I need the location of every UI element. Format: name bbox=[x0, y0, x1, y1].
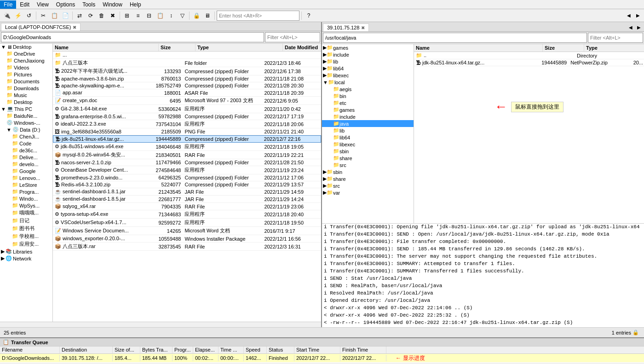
host-input[interactable] bbox=[217, 11, 299, 21]
file-row[interactable]: 📦 sqlyog_x64.rar7904335RAR File2022/11/1… bbox=[53, 203, 321, 210]
sidebar-item-develo[interactable]: 📁 develo... bbox=[0, 161, 52, 168]
sidebar-item-oho[interactable]: 📁 哦哦哦... bbox=[0, 209, 52, 217]
nav-left-btn[interactable]: ◀ bbox=[625, 12, 633, 20]
toolbar-copy-btn[interactable]: 📋 bbox=[49, 11, 59, 21]
toolbar-sort-btn[interactable]: ↕ bbox=[166, 11, 176, 21]
sidebar-item-code[interactable]: 📁 Code bbox=[0, 140, 52, 147]
left-panel-tab[interactable]: Local (LAPTOP-DONF7CSE) ✖ bbox=[1, 23, 80, 31]
sidebar-item-progra[interactable]: 📁 Progra... bbox=[0, 188, 52, 195]
sidebar-item-wpsys[interactable]: 📁 WpSys... bbox=[0, 202, 52, 209]
file-row[interactable]: 🗜 2022年下半年英语六级笔试...133293Compressed (zip… bbox=[53, 67, 321, 75]
right-nav-left[interactable]: ◀ bbox=[627, 23, 635, 31]
sidebar-item-google[interactable]: 📁 Google bbox=[0, 168, 52, 174]
remote-tree-item[interactable]: ▶ 📁 games bbox=[322, 44, 414, 51]
sidebar-item-pictures[interactable]: 📁 Pictures bbox=[0, 71, 52, 78]
remote-tree-item[interactable]: ▶ 📁 games bbox=[322, 106, 414, 113]
file-row[interactable]: ⚙ idealU-2022.2.3.exe737543104应用程序2022/1… bbox=[53, 120, 321, 128]
file-row[interactable]: ⚙ VSCodeUserSetup-x64-1.7...92599272应用程序… bbox=[53, 219, 321, 227]
nav-right-btn[interactable]: ▶ bbox=[634, 12, 642, 20]
sidebar-item-lestore[interactable]: 📁 LeStore bbox=[0, 181, 52, 188]
left-address-input[interactable] bbox=[1, 32, 264, 42]
file-row[interactable]: ⚙ Git-2.38.1-64-bit.exe53360624应用程序2022/… bbox=[53, 105, 321, 113]
col-header-date[interactable]: Date Modified bbox=[283, 44, 321, 51]
remote-tree-item[interactable]: ▶ 📁 src bbox=[322, 182, 414, 189]
file-row[interactable]: 🗜 apache-maven-3.8.6-bin.zip8760013Compr… bbox=[53, 75, 321, 82]
remote-tree-item[interactable]: ▶ 📁 include bbox=[322, 113, 414, 120]
toolbar-lock-btn[interactable]: 🔒 bbox=[191, 11, 201, 21]
sidebar-item-downloads[interactable]: 📁 Downloads bbox=[0, 85, 52, 92]
toolbar-help-btn[interactable]: ? bbox=[304, 11, 314, 21]
sidebar-item-desktop2[interactable]: 📁 Desktop bbox=[0, 98, 52, 105]
sidebar-item-windows-drive[interactable]: 💿 Windows-... bbox=[0, 119, 52, 126]
toolbar-screen-btn[interactable]: 🖥 bbox=[202, 11, 213, 21]
menu-file[interactable]: File bbox=[0, 0, 16, 9]
sidebar-item-onedrive[interactable]: 📁 OneDrive bbox=[0, 50, 52, 57]
remote-tree-item[interactable]: ▶ 📁 lib bbox=[322, 127, 414, 134]
remote-tree-item[interactable]: ▶ 📁 lib bbox=[322, 58, 414, 65]
file-row[interactable]: 📄 app.asar188001ASAR File2022/11/18 20:3… bbox=[53, 89, 321, 97]
file-row[interactable]: ⚙ OceanBase Developer Cent...274584648应用… bbox=[53, 166, 321, 174]
toolbar-sync2-btn[interactable]: ⟳ bbox=[86, 11, 96, 21]
right-address-input[interactable] bbox=[323, 33, 587, 43]
menu-help[interactable]: Help bbox=[126, 0, 145, 9]
left-hscroll[interactable] bbox=[0, 322, 321, 327]
sidebar-item-lenovo[interactable]: 📁 Lenovo... bbox=[0, 174, 52, 181]
sidebar-item-chenji2[interactable]: 📁 ChenJi... bbox=[0, 133, 52, 140]
toolbar-stop-btn[interactable]: ⚡ bbox=[13, 11, 23, 21]
remote-tree-item[interactable]: ▶ 📁 include bbox=[322, 51, 414, 58]
file-row[interactable]: 📝 Windows Service Documen...14265Microso… bbox=[53, 227, 321, 235]
col-header-size[interactable]: Size bbox=[159, 44, 196, 51]
remote-tree-item[interactable]: ▶ 📁 libexec bbox=[322, 141, 414, 148]
sidebar-item-apps[interactable]: 📁 应用安... bbox=[0, 240, 52, 248]
toolbar-view4-btn[interactable]: 📋 bbox=[155, 11, 165, 21]
remote-tree-item[interactable]: ▶ 📁 etc bbox=[322, 99, 414, 106]
right-nav-right[interactable]: ▶ bbox=[635, 23, 643, 31]
file-row[interactable]: 🗜 jdk-8u251-linux-x64.tar.gz...194445889… bbox=[53, 135, 321, 143]
file-row[interactable]: ⚙ typora-setup-x64.exe71344683应用程序2022/1… bbox=[53, 210, 321, 219]
remote-tree-item[interactable]: ▶ 📁 libexec bbox=[322, 72, 414, 79]
file-row[interactable]: 📦 windows_exporter-0.20.0-...10559488Win… bbox=[53, 235, 321, 243]
sidebar-item-chenjia[interactable]: 📁 ChenJiaxiong bbox=[0, 57, 52, 64]
file-row[interactable]: ⚙ jdk-8u351-windows-x64.exe184046648应用程序… bbox=[53, 143, 321, 151]
right-tab-close[interactable]: ✖ bbox=[361, 25, 365, 30]
remote-tree-item[interactable]: ▶ 📁 lib64 bbox=[322, 65, 414, 72]
file-row[interactable]: 🗜 Redis-x64-3.2.100.zip5224077Compressed… bbox=[53, 181, 321, 188]
sidebar-item-documents[interactable]: 📁 Documents bbox=[0, 78, 52, 85]
remote-tree-item[interactable]: ▶ 📁 share bbox=[322, 175, 414, 182]
transfer-row[interactable]: D:\GoogleDownloads... 39.101.75.128: /..… bbox=[0, 354, 644, 362]
remote-tree-item[interactable]: ▶ 📁 java bbox=[322, 120, 414, 127]
remote-tree-item[interactable]: ▶ 📁 var bbox=[322, 189, 414, 196]
remote-tree-item[interactable]: ▼ 📁 local bbox=[322, 79, 414, 86]
sidebar-item-libraries[interactable]: ▶ 📚 Libraries bbox=[0, 248, 52, 255]
file-row[interactable]: 🖼 img_3ef688d34e355560a82185509PNG File2… bbox=[53, 128, 321, 135]
menu-options[interactable]: Options bbox=[52, 0, 79, 9]
file-row[interactable]: 🗜 prometheus-2.23.0.windo...64296325Comp… bbox=[53, 174, 321, 181]
left-tab-close[interactable]: ✖ bbox=[73, 25, 76, 30]
right-panel-tab[interactable]: 39.101.75.128 ✖ bbox=[323, 23, 369, 31]
menu-window[interactable]: Window bbox=[99, 0, 126, 9]
sidebar-item-datad[interactable]: ▼ 💿 Data (D:) bbox=[0, 126, 52, 133]
file-row[interactable]: 🗜 grafana-enterprise-8.0.5.wi...59782988… bbox=[53, 113, 321, 120]
sidebar-item-de36c[interactable]: 📁 de36c... bbox=[0, 147, 52, 154]
file-row[interactable]: 📦 mysql-8.0.26-winx64-免安...218340501RAR … bbox=[53, 151, 321, 159]
menu-edit[interactable]: Edit bbox=[16, 0, 33, 9]
file-row[interactable]: 🗜 apache-skywalking-apm-e...185752749Com… bbox=[53, 82, 321, 89]
remote-file-row-up[interactable]: 📁 .. Directory bbox=[414, 52, 644, 59]
remote-file-row-jdk[interactable]: 🗜 jdk-8u251-linux-x64.tar.gz... 19444588… bbox=[414, 59, 644, 66]
file-row[interactable]: ☕ sentinel-dashboard-1.8.5.jar22681777JA… bbox=[53, 196, 321, 203]
toolbar-filter-btn[interactable]: ▽ bbox=[177, 11, 187, 21]
remote-col-type[interactable]: Type bbox=[584, 44, 644, 52]
remote-col-size[interactable]: Size bbox=[543, 44, 584, 52]
col-header-type[interactable]: Type bbox=[196, 44, 283, 51]
file-row[interactable]: 📁 ... bbox=[53, 52, 321, 59]
col-header-name[interactable]: Name bbox=[53, 44, 159, 51]
toolbar-refresh-btn[interactable]: ↺ bbox=[24, 11, 34, 21]
toolbar-sync-btn[interactable]: ⇄ bbox=[75, 11, 85, 21]
toolbar-delete-btn[interactable]: 🗑 bbox=[97, 11, 107, 21]
sidebar-item-diary[interactable]: 📁 日记 bbox=[0, 217, 52, 225]
file-row[interactable]: ☕ sentinel-dashboard-1.8.1.jar21243545JA… bbox=[53, 188, 321, 196]
right-filter-input[interactable] bbox=[588, 33, 643, 43]
remote-tree-item[interactable]: ▶ 📁 sbin bbox=[322, 148, 414, 155]
sidebar-item-tushu[interactable]: 📁 图书书 bbox=[0, 225, 52, 232]
remote-tree-item[interactable]: ▶ 📁 bin bbox=[322, 92, 414, 99]
